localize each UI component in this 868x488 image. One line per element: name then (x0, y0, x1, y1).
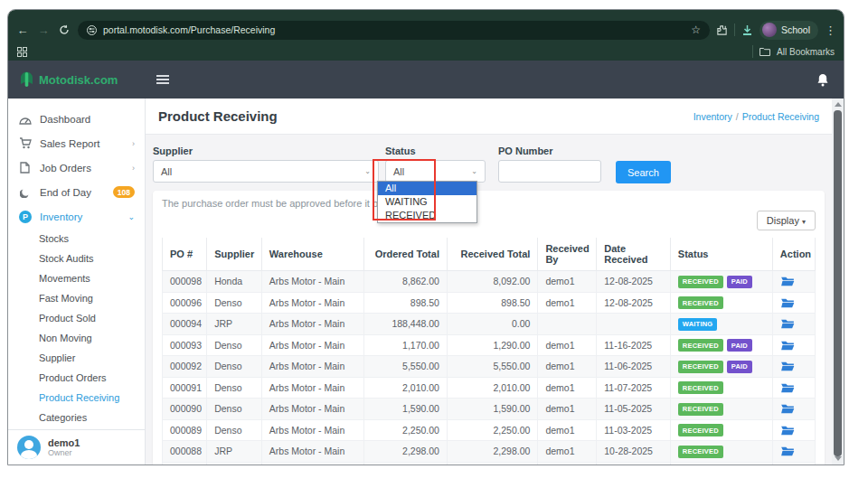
status-option[interactable]: All (378, 182, 476, 195)
date-received-cell: 11-05-2025 (597, 399, 671, 420)
scrollbar-thumb[interactable] (834, 110, 842, 456)
sidebar-subitem-product-receiving[interactable]: Product Receiving (8, 388, 145, 408)
status-select[interactable]: All ⌄ (385, 160, 486, 183)
open-folder-icon[interactable] (780, 318, 795, 329)
open-folder-icon[interactable] (780, 425, 795, 436)
sidebar-item-sales-report[interactable]: Sales Report › (8, 131, 145, 155)
sidebar-subitem-product-orders[interactable]: Product Orders (8, 368, 145, 388)
results-card: The purchase order must be approved befo… (153, 191, 825, 465)
table-header-row: PO #SupplierWarehouseOrdered TotalReceiv… (163, 238, 816, 271)
moon-icon (18, 187, 32, 198)
page-scrollbar[interactable] (832, 99, 844, 465)
action-cell (772, 441, 815, 463)
po-cell: 000094 (163, 314, 207, 335)
po-number-input[interactable] (498, 160, 601, 183)
user-role: Owner (48, 448, 80, 457)
received-by-cell: demo1 (538, 441, 597, 463)
sidebar-toggle-icon[interactable] (156, 75, 169, 84)
sidebar-subitem-stocks[interactable]: Stocks (8, 229, 145, 249)
download-icon[interactable] (741, 24, 753, 36)
screenshot-stage: ← → portal.motodisk.com/Purchase/Receivi… (0, 0, 868, 488)
open-folder-icon[interactable] (780, 361, 795, 371)
table-row: 000094JRPArbs Motor - Main188,448.000.00… (163, 314, 816, 335)
scroll-up-arrow[interactable] (835, 102, 842, 107)
po-cell: 000090 (163, 399, 207, 420)
notifications-bell-icon[interactable] (816, 73, 829, 87)
sidebar-subitem-stock-audits[interactable]: Stock Audits (8, 249, 145, 268)
open-folder-icon[interactable] (780, 403, 795, 414)
sidebar-subitem-supplier[interactable]: Supplier (8, 348, 145, 368)
ordered-total-cell: 2,250.00 (363, 419, 447, 441)
back-icon[interactable]: ← (15, 23, 30, 37)
warehouse-cell: Arbs Motor - Main (261, 441, 363, 463)
toolbar-divider (734, 23, 735, 36)
tab-groups-icon[interactable] (17, 47, 27, 57)
sidebar-item-end-of-day[interactable]: End of Day 108 (8, 180, 145, 204)
status-badge: RECEIVED (678, 446, 723, 458)
received-by-cell: demo1 (538, 271, 597, 293)
open-folder-icon[interactable] (780, 382, 795, 393)
profile-chip[interactable]: School (760, 21, 818, 40)
sidebar-item-job-orders[interactable]: Job Orders › (8, 155, 145, 180)
sidebar-subitem-fast-moving[interactable]: Fast Moving (8, 288, 145, 308)
open-folder-icon[interactable] (780, 276, 795, 286)
tab-strip[interactable] (8, 10, 844, 17)
sidebar-subitem-product-sold[interactable]: Product Sold (8, 308, 145, 328)
supplier-select[interactable]: All ⌄ (153, 160, 379, 183)
filter-bar: Supplier All ⌄ Status All ⌄ (146, 135, 832, 183)
app-logo-text: Motodisk.com (39, 73, 118, 87)
table-row: 000092DensoArbs Motor - Main5,550.005,55… (163, 356, 816, 378)
browser-menu-icon[interactable]: ⋮ (825, 23, 836, 37)
breadcrumb-inventory-link[interactable]: Inventory (693, 111, 732, 122)
scroll-down-arrow[interactable] (835, 456, 842, 461)
site-settings-icon[interactable] (87, 25, 97, 35)
search-button[interactable]: Search (616, 161, 671, 183)
received-by-cell: demo1 (538, 334, 597, 356)
helmet-icon (20, 71, 33, 88)
extensions-icon[interactable] (716, 24, 728, 36)
sidebar-item-inventory[interactable]: P Inventory ⌄ (8, 204, 145, 229)
sidebar-subitem-movements[interactable]: Movements (8, 268, 145, 288)
status-option[interactable]: RECEIVED (378, 209, 476, 222)
received-total-cell: 0.00 (447, 314, 537, 335)
action-cell (772, 377, 815, 399)
column-header: Action (772, 238, 815, 271)
po-cell: 000088 (163, 441, 207, 463)
table-row: 000098HondaArbs Motor - Main8,862.008,09… (163, 271, 816, 293)
po-cell: 000087 (163, 462, 207, 465)
action-cell (772, 314, 815, 335)
address-bar[interactable]: portal.motodisk.com/Purchase/Receiving ☆ (78, 21, 710, 40)
url-text[interactable]: portal.motodisk.com/Purchase/Receiving (103, 24, 684, 35)
supplier-cell: JRP (207, 314, 262, 335)
sidebar-user-panel[interactable]: demo1 Owner (8, 429, 145, 465)
supplier-cell: Denso (207, 292, 262, 314)
app-logo[interactable]: Motodisk.com (8, 71, 146, 88)
all-bookmarks-button[interactable]: All Bookmarks (777, 47, 835, 57)
main-content: Product Receiving Inventory/Product Rece… (146, 99, 832, 465)
forward-icon[interactable]: → (36, 23, 51, 37)
sidebar-subitem-non-moving[interactable]: Non Moving (8, 328, 145, 348)
bookmarks-divider (752, 45, 753, 58)
sidebar-subitem-categories[interactable]: Categories (8, 408, 145, 427)
ordered-total-cell: 2,046.00 (363, 462, 447, 465)
bookmark-star-icon[interactable]: ☆ (691, 23, 701, 36)
open-folder-icon[interactable] (780, 297, 795, 308)
warehouse-cell: Arbs Motor - Main (261, 271, 363, 293)
open-folder-icon[interactable] (780, 446, 795, 456)
warehouse-cell: Arbs Motor - Main (261, 377, 363, 399)
breadcrumb-current-link[interactable]: Product Receiving (742, 111, 819, 122)
open-folder-icon[interactable] (780, 340, 795, 351)
status-badge: PAID (727, 276, 752, 288)
inventory-p-icon: P (18, 211, 32, 223)
sidebar-item-dashboard[interactable]: Dashboard (8, 107, 145, 131)
status-option[interactable]: WAITING (378, 195, 476, 209)
received-total-cell: 2,046.00 (447, 462, 537, 465)
receiving-table: PO #SupplierWarehouseOrdered TotalReceiv… (162, 238, 816, 465)
status-badge: WAITING (678, 318, 717, 331)
received-total-cell: 1,590.00 (447, 399, 537, 420)
status-badge: RECEIVED (678, 403, 723, 416)
ordered-total-cell: 5,550.00 (363, 356, 447, 378)
display-button[interactable]: Display ▾ (757, 211, 816, 230)
reload-icon[interactable] (57, 23, 71, 37)
column-header: Received By (538, 238, 597, 271)
